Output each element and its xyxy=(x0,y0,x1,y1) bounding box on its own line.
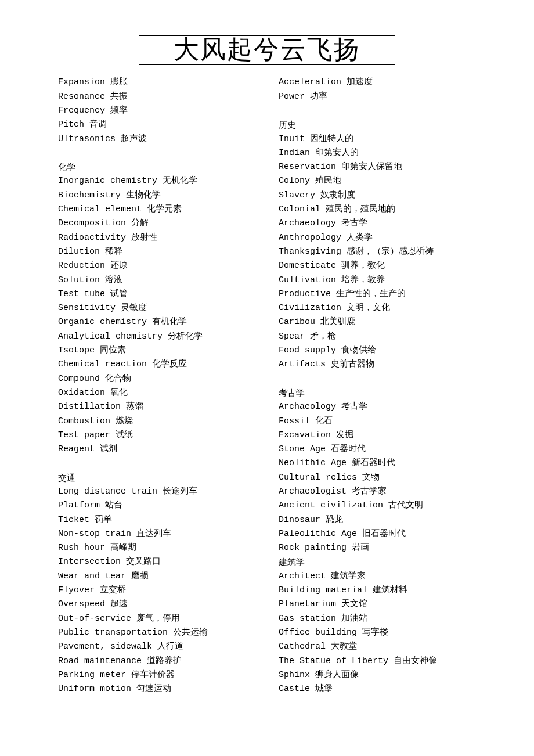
vocab-entry: Overspeed 超速 xyxy=(58,597,255,611)
vocab-entry: Planetarium 天文馆 xyxy=(279,597,476,611)
vocab-entry: Expansion 膨胀 xyxy=(58,75,255,89)
vocab-entry: Ticket 罚单 xyxy=(58,513,255,527)
vocab-entry: The Statue of Liberty 自由女神像 xyxy=(279,654,476,668)
vocab-entry: Sensitivity 灵敏度 xyxy=(58,301,255,315)
vocab-entry: Colonial 殖民的，殖民地的 xyxy=(279,203,476,217)
vocab-entry: Anthropology 人类学 xyxy=(279,231,476,245)
vocab-entry: Cultural relics 文物 xyxy=(279,471,476,485)
vocab-entry: Food supply 食物供给 xyxy=(279,344,476,358)
blank-line xyxy=(58,456,255,470)
vocab-entry: Thanksgiving 感谢，（宗）感恩祈祷 xyxy=(279,245,476,259)
vocab-entry: Archaeologist 考古学家 xyxy=(279,485,476,499)
vocab-entry: Analytical chemistry 分析化学 xyxy=(58,330,255,344)
vocab-entry: Artifacts 史前古器物 xyxy=(279,358,476,372)
vocab-entry: Wear and tear 磨损 xyxy=(58,570,255,584)
vocab-entry: Excavation 发掘 xyxy=(279,429,476,442)
vocab-entry: Paleolithic Age 旧石器时代 xyxy=(279,527,476,541)
vocab-entry: Radioactivity 放射性 xyxy=(58,231,255,245)
vocab-entry: Inorganic chemistry 无机化学 xyxy=(58,174,255,188)
vocab-entry: Solution 溶液 xyxy=(58,273,255,287)
vocab-entry: Road maintenance 道路养护 xyxy=(58,654,255,668)
vocab-entry: Spear 矛，枪 xyxy=(279,330,476,344)
vocab-entry: Combustion 燃烧 xyxy=(58,415,255,429)
vocab-entry: Indian 印第安人的 xyxy=(279,146,476,160)
vocab-entry: Resonance 共振 xyxy=(58,90,255,104)
vocab-entry: Rush hour 高峰期 xyxy=(58,541,255,555)
blank-line xyxy=(279,372,476,386)
vocab-entry: Colony 殖民地 xyxy=(279,174,476,188)
vocab-entry: Chemical reaction 化学反应 xyxy=(58,358,255,372)
vocab-entry: Biochemistry 生物化学 xyxy=(58,189,255,203)
vocab-entry: Fossil 化石 xyxy=(279,415,476,429)
vocab-entry: Office building 写字楼 xyxy=(279,626,476,640)
vocab-entry: Caribou 北美驯鹿 xyxy=(279,315,476,329)
vocab-entry: Test paper 试纸 xyxy=(58,429,255,442)
page-title: 大风起兮云飞扬 xyxy=(139,35,395,65)
blank-line xyxy=(58,146,255,160)
vocab-entry: Parking meter 停车计价器 xyxy=(58,668,255,682)
vocab-entry: Intersection 交叉路口 xyxy=(58,555,255,569)
vocab-entry: Ultrasonics 超声波 xyxy=(58,132,255,146)
vocab-entry: Compound 化合物 xyxy=(58,372,255,386)
vocab-entry: Distillation 蒸馏 xyxy=(58,400,255,414)
vocab-entry: Sphinx 狮身人面像 xyxy=(279,668,476,682)
vocab-entry: Ancient civilization 古代文明 xyxy=(279,499,476,513)
vocab-entry: Decomposition 分解 xyxy=(58,217,255,231)
vocab-entry: Rock painting 岩画 xyxy=(279,541,476,555)
section-heading: 考古学 xyxy=(279,386,476,400)
vocab-entry: Reservation 印第安人保留地 xyxy=(279,160,476,174)
vocab-entry: Organic chemistry 有机化学 xyxy=(58,315,255,329)
vocab-entry: Domesticate 驯养，教化 xyxy=(279,259,476,273)
section-heading: 化学 xyxy=(58,160,255,174)
title-wrap: 大风起兮云飞扬 xyxy=(58,35,476,65)
vocab-entry: Acceleration 加速度 xyxy=(279,75,476,89)
vocab-entry: Cultivation 培养，教养 xyxy=(279,273,476,287)
vocab-entry: Pitch 音调 xyxy=(58,118,255,132)
vocab-entry: Chemical element 化学元素 xyxy=(58,203,255,217)
vocab-entry: Cathedral 大教堂 xyxy=(279,640,476,654)
vocab-entry: Productive 生产性的，生产的 xyxy=(279,287,476,301)
vocab-entry: Reduction 还原 xyxy=(58,259,255,273)
vocab-entry: Inuit 因纽特人的 xyxy=(279,132,476,146)
vocab-entry: Oxidation 氧化 xyxy=(58,386,255,400)
two-column-layout: Expansion 膨胀Resonance 共振Frequency 频率Pitc… xyxy=(58,75,476,696)
right-column: Acceleration 加速度Power 功率历史Inuit 因纽特人的Ind… xyxy=(279,75,476,696)
vocab-entry: Non-stop train 直达列车 xyxy=(58,527,255,541)
section-heading: 历史 xyxy=(279,118,476,132)
vocab-entry: Frequency 频率 xyxy=(58,104,255,118)
vocab-entry: Gas station 加油站 xyxy=(279,612,476,626)
vocab-entry: Uniform motion 匀速运动 xyxy=(58,682,255,696)
document-page: 大风起兮云飞扬 Expansion 膨胀Resonance 共振Frequenc… xyxy=(0,0,534,719)
vocab-entry: Pavement, sidewalk 人行道 xyxy=(58,640,255,654)
vocab-entry: Test tube 试管 xyxy=(58,287,255,301)
vocab-entry: Out-of-service 废气，停用 xyxy=(58,612,255,626)
section-heading: 建筑学 xyxy=(279,555,476,569)
vocab-entry: Flyover 立交桥 xyxy=(58,584,255,597)
vocab-entry: Dilution 稀释 xyxy=(58,245,255,259)
vocab-entry: Platform 站台 xyxy=(58,499,255,513)
vocab-entry: Power 功率 xyxy=(279,90,476,104)
vocab-entry: Castle 城堡 xyxy=(279,682,476,696)
vocab-entry: Civilization 文明，文化 xyxy=(279,301,476,315)
left-column: Expansion 膨胀Resonance 共振Frequency 频率Pitc… xyxy=(58,75,255,696)
blank-line xyxy=(279,104,476,118)
vocab-entry: Dinosaur 恐龙 xyxy=(279,513,476,527)
vocab-entry: Building material 建筑材料 xyxy=(279,584,476,597)
vocab-entry: Archaeology 考古学 xyxy=(279,400,476,414)
section-heading: 交通 xyxy=(58,471,255,485)
vocab-entry: Slavery 奴隶制度 xyxy=(279,189,476,203)
vocab-entry: Reagent 试剂 xyxy=(58,442,255,456)
vocab-entry: Long distance train 长途列车 xyxy=(58,485,255,499)
vocab-entry: Stone Age 石器时代 xyxy=(279,442,476,456)
vocab-entry: Archaeology 考古学 xyxy=(279,217,476,231)
vocab-entry: Architect 建筑学家 xyxy=(279,570,476,584)
vocab-entry: Isotope 同位素 xyxy=(58,344,255,358)
vocab-entry: Public transportation 公共运输 xyxy=(58,626,255,640)
vocab-entry: Neolithic Age 新石器时代 xyxy=(279,456,476,470)
